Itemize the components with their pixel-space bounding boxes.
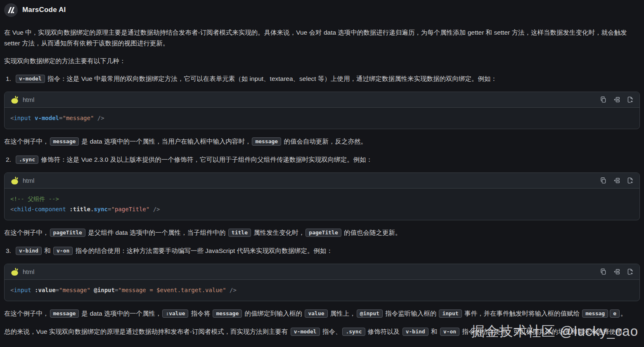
insert-code-button[interactable] — [613, 96, 620, 103]
inline-code-badge: pageTitle — [50, 229, 85, 237]
code-block-sync: html <!-- 父组件 --><child-component :title… — [4, 172, 640, 220]
copy-code-button[interactable] — [600, 177, 607, 184]
code-block-v-bind-v-on: html <input :value="message" @input="mes… — [4, 264, 640, 301]
inline-code-badge: v-on — [53, 247, 73, 255]
inline-code-badge: message — [50, 309, 79, 318]
inline-code-badge: v-model — [16, 75, 45, 83]
code-actions — [600, 177, 634, 184]
inline-code-badge: v-bind — [16, 247, 42, 255]
inline-code-badge: message — [213, 309, 242, 318]
copy-code-button[interactable] — [600, 96, 607, 103]
inline-code-badge: .sync — [16, 156, 38, 164]
list-marker: 2. — [6, 156, 11, 163]
list-item-sync: 2..sync 修饰符：这是 Vue 2.3.0 及以上版本提供的一个修饰符，它… — [4, 154, 640, 165]
code-language-label: html — [23, 177, 34, 184]
paragraph-v-model-explain: 在这个例子中，message 是 data 选项中的一个属性，当用户在输入框中输… — [4, 136, 640, 147]
paragraph-summary: 总的来说，Vue 实现双向数据绑定的原理是通过数据劫持和发布者-订阅者模式，而实… — [4, 326, 640, 338]
list-marker: 3. — [6, 247, 11, 254]
list-item-text: v-bind 和 v-on 指令的结合使用：这种方法需要手动编写一些 JavaS… — [15, 247, 333, 254]
inline-code-badge: messag — [582, 309, 608, 318]
inline-code-badge: .sync — [342, 328, 365, 336]
list-item-text: v-model 指令：这是 Vue 中最常用的双向数据绑定方法，它可以在表单元素… — [15, 75, 497, 82]
paragraph-sync-explain: 在这个例子中，pageTitle 是父组件 data 选项中的一个属性，当子组件… — [4, 227, 640, 238]
paragraph-methods-intro: 实现双向数据绑定的方法主要有以下几种： — [4, 56, 640, 66]
bunny-icon — [10, 96, 19, 104]
inline-code-badge: :value — [162, 309, 188, 318]
inline-code-badge: value — [305, 309, 327, 318]
insert-code-button[interactable] — [613, 268, 620, 275]
inline-code-badge: message — [50, 137, 79, 146]
list-item-v-model: 1.v-model 指令：这是 Vue 中最常用的双向数据绑定方法，它可以在表单… — [4, 73, 640, 85]
bunny-icon — [10, 268, 19, 276]
code-actions — [600, 96, 634, 103]
inline-code-badge: v-model — [291, 328, 320, 336]
copy-code-button[interactable] — [600, 268, 607, 275]
inline-code-badge: title — [228, 229, 251, 237]
code-actions — [600, 268, 634, 275]
list-item-text: .sync 修饰符：这是 Vue 2.3.0 及以上版本提供的一个修饰符，它可以… — [15, 156, 372, 163]
code-language-label: html — [23, 268, 34, 275]
code-block-header: html — [5, 92, 639, 108]
code-block-v-model: html <input v-model="message" /> — [4, 92, 640, 129]
code-language-label: html — [23, 96, 34, 103]
code-content: <!-- 父组件 --><child-component :title.sync… — [5, 189, 639, 220]
inline-code-badge: pageTitle — [305, 229, 341, 237]
insert-code-button[interactable] — [613, 177, 620, 184]
inline-code-badge: e — [610, 309, 620, 318]
paragraph-v-bind-v-on-explain: 在这个例子中，message 是 data 选项中的一个属性，:value 指令… — [4, 308, 640, 319]
add-to-new-file-button[interactable] — [627, 96, 634, 103]
bunny-icon — [10, 177, 19, 185]
inline-code-badge: v-on — [440, 328, 459, 336]
inline-code-badge: input — [439, 309, 462, 318]
chat-response: MarsCode AI 在 Vue 中，实现双向数据绑定的原理主要是通过数据劫持… — [0, 0, 644, 338]
assistant-header: MarsCode AI — [4, 2, 640, 17]
paragraph-intro: 在 Vue 中，实现双向数据绑定的原理主要是通过数据劫持结合发布者-订阅者模式来… — [4, 27, 640, 49]
list-marker: 1. — [6, 75, 11, 82]
inline-code-badge: message — [252, 137, 281, 146]
add-to-new-file-button[interactable] — [627, 177, 634, 184]
assistant-name: MarsCode AI — [22, 6, 66, 14]
code-block-header: html — [5, 173, 639, 189]
code-content: <input :value="message" @input="message … — [5, 280, 639, 301]
marscode-logo-icon — [4, 3, 18, 17]
add-to-new-file-button[interactable] — [627, 268, 634, 275]
list-item-v-bind-v-on: 3.v-bind 和 v-on 指令的结合使用：这种方法需要手动编写一些 Jav… — [4, 245, 640, 257]
inline-code-badge: @input — [357, 309, 383, 318]
inline-code-badge: v-bind — [402, 328, 429, 336]
code-block-header: html — [5, 264, 639, 280]
code-content: <input v-model="message" /> — [5, 108, 639, 129]
